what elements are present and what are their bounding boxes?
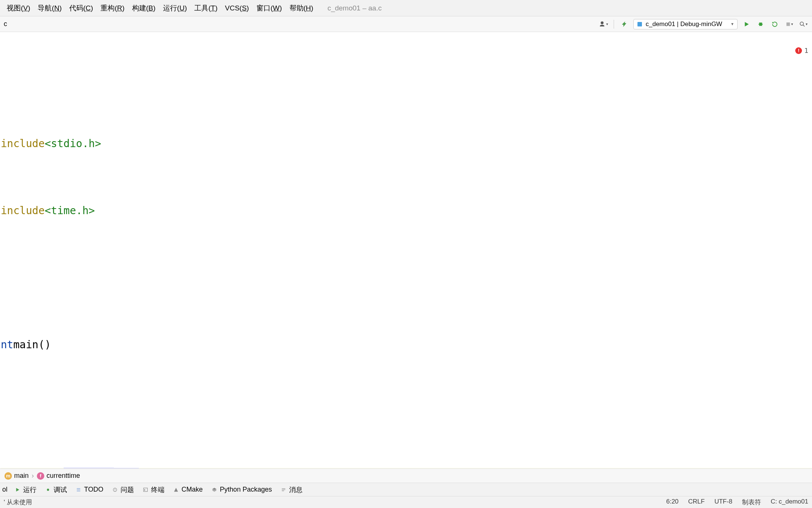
play-icon — [14, 486, 21, 493]
code-token: nt — [1, 334, 13, 356]
file-encoding[interactable]: UTF-8 — [715, 498, 732, 507]
toolwindow-problems[interactable]: 问题 — [110, 485, 135, 494]
svg-rect-0 — [637, 22, 642, 26]
code-token: main — [13, 334, 38, 356]
bug-icon — [45, 486, 51, 493]
menu-refactor[interactable]: 重构(R) — [97, 1, 128, 15]
breadcrumb-currenttime[interactable]: f currenttime — [35, 472, 82, 480]
code-token: ); — [170, 468, 183, 469]
svg-point-3 — [800, 22, 803, 25]
chevron-down-icon: ▼ — [731, 22, 734, 26]
toolwindow-python-packages[interactable]: Python Packages — [210, 486, 274, 493]
error-indicator[interactable]: ! 1 — [795, 39, 808, 62]
toolwindow-debug[interactable]: 调试 — [43, 485, 68, 494]
warning-icon — [112, 486, 118, 493]
search-icon[interactable]: ▾ — [798, 19, 808, 29]
toolwindow-messages[interactable]: 消息 — [279, 485, 304, 494]
stop-icon[interactable]: ▾ — [784, 19, 794, 29]
tool-window-bar: ol 运行 调试 TODO 问题 终端 CMake Python Package… — [0, 483, 812, 496]
app-icon — [637, 21, 643, 27]
menu-bar: 视图(V) 导航(N) 代码(C) 重构(R) 构建(B) 运行(U) 工具(T… — [0, 0, 812, 16]
cursor-position[interactable]: 6:20 — [666, 498, 678, 507]
package-icon — [211, 486, 218, 493]
menu-view[interactable]: 视图(V) — [3, 1, 34, 15]
menu-window[interactable]: 窗口(W) — [253, 1, 286, 15]
status-bar: ' 从未使用 6:20 CRLF UTF-8 制表符 C: c_demo01 — [0, 496, 812, 508]
menu-help[interactable]: 帮助(H) — [286, 1, 317, 15]
toolwindow-label: 调试 — [54, 485, 67, 494]
breadcrumb-label: main — [14, 472, 29, 480]
menu-run[interactable]: 运行(U) — [159, 1, 191, 15]
toolwindow-label: 运行 — [23, 485, 36, 494]
code-editor[interactable]: ! 1 include <stdio.h> include <time.h> n… — [0, 32, 812, 469]
menu-build[interactable]: 构建(B) — [128, 1, 159, 15]
svg-rect-2 — [786, 22, 790, 26]
rerun-icon[interactable] — [770, 19, 780, 29]
menu-code[interactable]: 代码(C) — [65, 1, 97, 15]
code-token: <stdio.h> — [45, 133, 101, 155]
terminal-icon — [142, 486, 149, 493]
toolwindow-label: 问题 — [121, 485, 134, 494]
menu-navigate[interactable]: 导航(N) — [34, 1, 65, 15]
svg-point-4 — [47, 489, 49, 491]
separator — [614, 20, 614, 29]
code-token: include — [1, 200, 45, 222]
messages-icon — [280, 486, 287, 493]
code-token: time_t — [26, 468, 64, 469]
window-title: c_demo01 – aa.c — [327, 4, 382, 12]
toolwindow-label: CMake — [182, 486, 203, 493]
svg-rect-7 — [143, 488, 147, 491]
run-config-selector[interactable]: c_demo01 | Debug-minGW ▼ — [633, 19, 738, 29]
svg-point-6 — [115, 490, 115, 490]
error-icon: ! — [795, 47, 802, 54]
list-icon — [75, 486, 82, 493]
structure-breadcrumb: m main › f currenttime — [0, 469, 812, 483]
code-token: <time.h> — [45, 200, 95, 222]
toolwindow-label: 终端 — [151, 485, 164, 494]
error-count: 1 — [804, 39, 808, 62]
toolwindow-label: TODO — [84, 486, 103, 493]
toolwindow-run[interactable]: 运行 — [13, 485, 38, 494]
line-separator[interactable]: CRLF — [688, 498, 704, 507]
code-token: current_ — [64, 467, 114, 469]
status-message: ' 从未使用 — [4, 498, 32, 507]
menu-vcs[interactable]: VCS(S) — [221, 2, 253, 15]
toolwindow-label: 消息 — [289, 485, 303, 494]
cmake-icon — [173, 486, 179, 493]
breadcrumb-main[interactable]: m main — [2, 472, 31, 480]
code-token: include — [1, 133, 45, 155]
toolbar: c ▾ c_demo01 | Debug-minGW ▼ ▾ — [0, 16, 812, 32]
debug-icon[interactable] — [755, 19, 766, 29]
run-icon[interactable] — [741, 19, 752, 29]
toolwindow-terminal[interactable]: 终端 — [141, 485, 166, 494]
toolwindow-todo[interactable]: TODO — [74, 486, 105, 493]
indent-setting[interactable]: 制表符 — [742, 498, 761, 507]
code-token: time — [114, 468, 139, 469]
breadcrumb-label: currenttime — [47, 472, 80, 480]
build-icon[interactable] — [619, 19, 630, 29]
code-token: () — [38, 334, 51, 356]
method-icon: m — [4, 472, 12, 480]
user-icon[interactable]: ▾ — [598, 19, 608, 29]
chevron-right-icon: › — [32, 472, 34, 480]
toolwindow-cmake[interactable]: CMake — [171, 486, 204, 493]
code-token: ( — [139, 468, 145, 469]
config-label: c_demo01 | Debug-minGW — [646, 20, 728, 28]
nav-breadcrumb[interactable]: c — [4, 20, 598, 28]
code-token: NULL — [145, 468, 170, 469]
toolwindow-stub: ol — [2, 486, 7, 493]
menu-tools[interactable]: 工具(T) — [191, 1, 221, 15]
toolwindow-label: Python Packages — [220, 486, 272, 493]
field-icon: f — [37, 472, 44, 480]
context-info[interactable]: C: c_demo01 — [771, 498, 808, 507]
